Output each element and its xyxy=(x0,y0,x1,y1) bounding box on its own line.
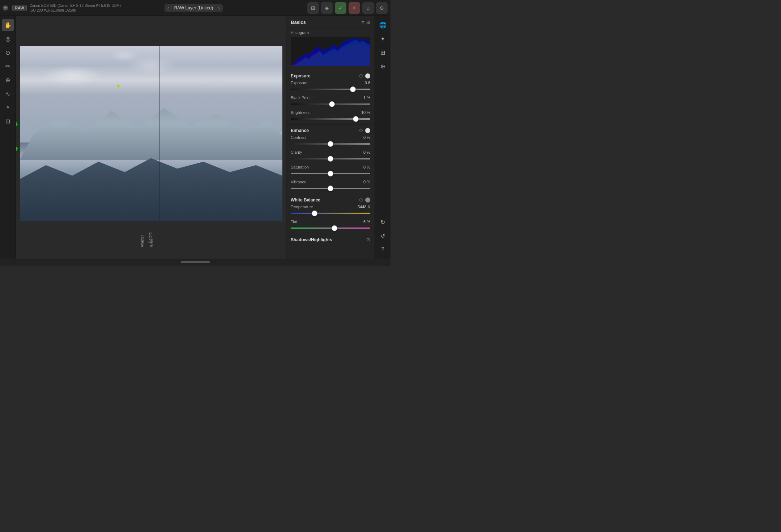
black-point-value: 1 % xyxy=(363,95,370,100)
main-content: ✋ ◎ ⊙ ✏ ⊕ ∿ ⌖ ⊡ + + After Before xyxy=(0,16,390,259)
contrast-slider[interactable] xyxy=(291,141,370,147)
enhance-toggle[interactable] xyxy=(365,128,370,133)
brightness-thumb[interactable] xyxy=(353,116,359,122)
enhance-section-header: Enhance ⊙ xyxy=(286,125,375,135)
far-right-panel: 🌐 ✦ ⊞ ⊕ ↻ ↺ ? xyxy=(375,16,390,259)
right-panel: Basics ≡ ⊞ Histogram Exposure xyxy=(286,16,375,259)
panel-menu-icon[interactable]: ≡ xyxy=(361,20,364,25)
clarity-slider[interactable] xyxy=(291,156,370,162)
exposure-section-icons: ⊙ xyxy=(359,73,370,78)
left-toolbar: ✋ ◎ ⊙ ✏ ⊕ ∿ ⌖ ⊡ xyxy=(0,16,16,259)
wb-reset-icon[interactable]: ⊙ xyxy=(359,197,363,203)
dot-1[interactable]: ••• xyxy=(3,5,8,10)
tab-next-button[interactable]: › xyxy=(218,5,220,11)
canvas-area: + + After Before After Before xyxy=(16,16,286,259)
tint-label: Tint xyxy=(291,220,297,224)
white-balance-icons: ⊙ xyxy=(359,197,370,203)
black-point-slider[interactable] xyxy=(291,101,370,107)
saturation-thumb[interactable] xyxy=(328,171,333,176)
transform-tool[interactable]: ⊡ xyxy=(2,115,14,127)
compare-button[interactable]: ⊞ xyxy=(307,2,319,14)
overlay-button[interactable]: ◈ xyxy=(321,2,333,14)
green-plus-bottom: + xyxy=(16,144,18,154)
temperature-thumb[interactable] xyxy=(312,210,317,216)
black-point-thumb[interactable] xyxy=(329,101,335,107)
after-label: After xyxy=(140,237,144,247)
clarity-slider-row: Clarity 0 % xyxy=(286,149,375,164)
global-icon[interactable]: 🌐 xyxy=(377,19,389,31)
settings-button[interactable]: ⊙ xyxy=(376,2,388,14)
hand-tool[interactable]: ✋ xyxy=(2,19,14,31)
star-icon[interactable]: ✦ xyxy=(377,33,389,45)
saturation-slider[interactable] xyxy=(291,170,370,177)
sh-reset-icon[interactable]: ⊙ xyxy=(366,237,370,242)
shadows-highlights-header: Shadows/Highlights ⊙ xyxy=(286,234,375,244)
temperature-label: Temperature xyxy=(291,205,313,209)
enhance-reset-icon[interactable]: ⊙ xyxy=(359,128,363,133)
panel-header-icons: ≡ ⊞ xyxy=(361,20,370,25)
exposure-slider-row: Exposure 0.8 xyxy=(286,80,375,95)
clarity-thumb[interactable] xyxy=(328,156,333,162)
white-balance-header: White Balance ⊙ xyxy=(286,194,375,204)
saturation-slider-row: Saturation 0 % xyxy=(286,164,375,179)
topbar: ••• RAW Canon EOS 50D (Canon EF-S 17-85m… xyxy=(0,0,390,16)
exposure-section-header: Exposure ⊙ xyxy=(286,70,375,80)
exposure-slider[interactable] xyxy=(291,86,370,93)
histogram-title: Histogram xyxy=(291,30,370,35)
tint-thumb[interactable] xyxy=(332,225,337,231)
saturation-label: Saturation xyxy=(291,165,309,169)
topbar-actions: ⊞ ◈ ✓ ✕ ⌕ ⊙ xyxy=(307,2,388,14)
undo-icon[interactable]: ↺ xyxy=(377,230,389,242)
tab-prev-button[interactable]: ‹ xyxy=(167,5,169,11)
enhance-section-title: Enhance xyxy=(291,128,309,133)
help-icon[interactable]: ? xyxy=(377,243,389,256)
clarity-label-row: Clarity 0 % xyxy=(291,150,370,154)
split-line xyxy=(159,46,159,221)
clone-tool[interactable]: ⊙ xyxy=(2,46,14,59)
contrast-value: 0 % xyxy=(363,135,370,140)
panel-header: Basics ≡ ⊞ xyxy=(286,16,375,27)
before-label: Before xyxy=(150,237,154,247)
eyedropper-tool[interactable]: ⊕ xyxy=(2,74,14,86)
green-plus-top: + xyxy=(16,120,18,129)
tint-slider[interactable] xyxy=(291,225,370,231)
exposure-thumb[interactable] xyxy=(350,86,356,92)
temperature-slider[interactable] xyxy=(291,210,370,217)
exposure-toggle[interactable] xyxy=(365,73,370,78)
brightness-label: Brightness xyxy=(291,110,310,115)
contrast-thumb[interactable] xyxy=(328,141,333,147)
search-button[interactable]: ⌕ xyxy=(362,2,374,14)
panel-collapse-icon[interactable]: ⊞ xyxy=(366,20,370,25)
contrast-label: Contrast xyxy=(291,135,306,140)
tint-label-row: Tint 6 % xyxy=(291,220,370,224)
exposure-section-title: Exposure xyxy=(291,73,311,78)
cancel-button[interactable]: ✕ xyxy=(349,2,360,14)
grid-icon[interactable]: ⊞ xyxy=(377,46,389,59)
shadows-highlights-icons: ⊙ xyxy=(366,237,370,242)
confirm-button[interactable]: ✓ xyxy=(335,2,346,14)
vibrance-thumb[interactable] xyxy=(328,186,333,191)
tint-value: 6 % xyxy=(363,220,370,224)
exposure-section: Exposure ⊙ Exposure 0.8 xyxy=(286,70,375,125)
vibrance-slider[interactable] xyxy=(291,185,370,192)
brightness-slider[interactable] xyxy=(291,116,370,122)
shadows-highlights-title: Shadows/Highlights xyxy=(291,237,332,242)
window-controls: ••• xyxy=(3,5,8,10)
vibrance-value: 0 % xyxy=(363,180,370,184)
exposure-reset-icon[interactable]: ⊙ xyxy=(359,73,363,78)
white-balance-section: White Balance ⊙ Temperature 5448 K xyxy=(286,194,375,234)
shadows-highlights-section: Shadows/Highlights ⊙ xyxy=(286,234,375,244)
layers-icon[interactable]: ⊕ xyxy=(377,60,389,72)
wb-toggle[interactable] xyxy=(365,197,370,203)
scroll-thumb[interactable] xyxy=(181,261,210,263)
vibrance-label-row: Vibrance 0 % xyxy=(291,180,370,184)
temperature-slider-row: Temperature 5448 K xyxy=(286,204,375,219)
redo-icon[interactable]: ↻ xyxy=(377,216,389,228)
tint-slider-row: Tint 6 % xyxy=(286,219,375,234)
brush-tool[interactable]: ✏ xyxy=(2,60,14,72)
sample-tool[interactable]: ⌖ xyxy=(2,101,14,114)
saturation-label-row: Saturation 0 % xyxy=(291,165,370,169)
brightness-slider-row: Brightness 10 % xyxy=(286,110,375,124)
spot-heal-tool[interactable]: ◎ xyxy=(2,33,14,45)
pen-tool[interactable]: ∿ xyxy=(2,88,14,100)
